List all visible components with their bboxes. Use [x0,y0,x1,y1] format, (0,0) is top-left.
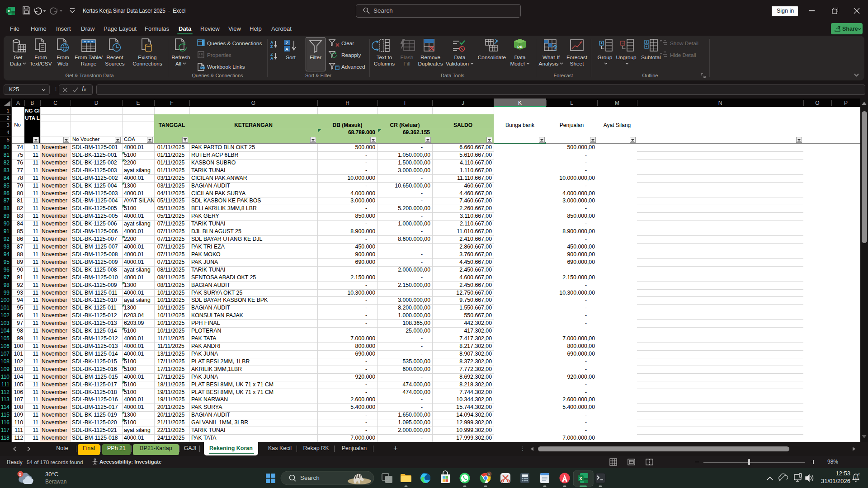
svg-text:?: ? [553,44,557,52]
svg-text:DB: DB [517,45,523,49]
svg-text:x: x [8,9,10,13]
svg-text:Search: Search [300,474,320,481]
svg-text:Z: Z [270,44,273,49]
svg-text:z: z [858,472,860,476]
svg-text:x: x [580,476,582,481]
svg-text:z: z [855,476,857,479]
svg-text:Z: Z [286,40,288,45]
svg-text:A: A [285,47,288,52]
svg-text:k: k [488,472,490,476]
svg-text:A: A [270,56,274,61]
